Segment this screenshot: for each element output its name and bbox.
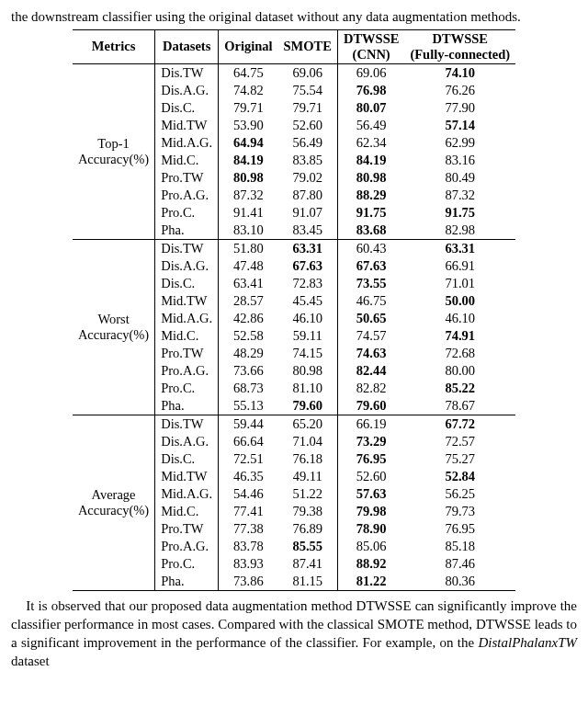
value-cell: 85.18 — [404, 538, 515, 555]
value-cell: 73.86 — [219, 573, 278, 591]
value-cell: 62.34 — [337, 134, 404, 152]
value-cell: 79.60 — [278, 397, 338, 415]
value-cell: 88.92 — [337, 555, 404, 573]
dataset-cell: Dis.C. — [155, 450, 219, 468]
dataset-cell: Pha. — [155, 573, 219, 591]
table-row: WorstAccuracy(%)Dis.TW51.8063.3160.4363.… — [73, 239, 515, 257]
value-cell: 46.10 — [404, 310, 515, 327]
value-cell: 52.58 — [219, 327, 278, 345]
value-cell: 75.27 — [404, 450, 515, 468]
value-cell: 63.41 — [219, 275, 278, 292]
value-cell: 91.07 — [278, 204, 338, 222]
value-cell: 76.26 — [404, 82, 515, 99]
dataset-cell: Dis.A.G. — [155, 257, 219, 275]
value-cell: 88.29 — [337, 187, 404, 204]
value-cell: 82.82 — [337, 380, 404, 397]
value-cell: 83.10 — [219, 222, 278, 240]
value-cell: 74.10 — [404, 63, 515, 82]
value-cell: 76.18 — [278, 450, 338, 468]
value-cell: 73.66 — [219, 362, 278, 380]
value-cell: 28.57 — [219, 292, 278, 310]
value-cell: 78.90 — [337, 520, 404, 538]
value-cell: 91.41 — [219, 204, 278, 222]
value-cell: 83.16 — [404, 152, 515, 169]
col-original: Original — [219, 30, 278, 63]
dataset-cell: Dis.TW — [155, 63, 219, 82]
value-cell: 57.14 — [404, 117, 515, 134]
value-cell: 77.90 — [404, 99, 515, 117]
dataset-cell: Mid.A.G. — [155, 134, 219, 152]
value-cell: 54.46 — [219, 485, 278, 503]
table-row: Top-1Accuracy(%)Dis.TW64.7569.0669.0674.… — [73, 63, 515, 82]
value-cell: 50.00 — [404, 292, 515, 310]
value-cell: 79.73 — [404, 503, 515, 520]
dataset-cell: Mid.C. — [155, 327, 219, 345]
dataset-cell: Pha. — [155, 397, 219, 415]
value-cell: 51.22 — [278, 485, 338, 503]
value-cell: 74.63 — [337, 345, 404, 362]
value-cell: 84.19 — [219, 152, 278, 169]
value-cell: 52.84 — [404, 468, 515, 485]
metric-cell: AverageAccuracy(%) — [73, 415, 155, 590]
dataset-cell: Dis.A.G. — [155, 433, 219, 450]
value-cell: 87.80 — [278, 187, 338, 204]
dataset-cell: Dis.TW — [155, 415, 219, 433]
value-cell: 73.29 — [337, 433, 404, 450]
value-cell: 62.99 — [404, 134, 515, 152]
dataset-cell: Pro.C. — [155, 380, 219, 397]
bottom-text-fragment: It is observed that our proposed data au… — [11, 597, 577, 671]
dataset-cell: Mid.A.G. — [155, 310, 219, 327]
col-datasets: Datasets — [155, 30, 219, 63]
col-dtwsse-fc: DTWSSE(Fully-connected) — [404, 30, 515, 63]
value-cell: 83.45 — [278, 222, 338, 240]
top-text-fragment: the downstream classifier using the orig… — [11, 7, 577, 26]
results-table: Metrics Datasets Original SMOTE DTWSSE(C… — [73, 29, 515, 590]
value-cell: 53.90 — [219, 117, 278, 134]
value-cell: 64.75 — [219, 63, 278, 82]
value-cell: 82.44 — [337, 362, 404, 380]
value-cell: 91.75 — [404, 204, 515, 222]
dataset-cell: Pro.A.G. — [155, 187, 219, 204]
value-cell: 46.10 — [278, 310, 338, 327]
value-cell: 87.32 — [404, 187, 515, 204]
dataset-cell: Dis.A.G. — [155, 82, 219, 99]
value-cell: 48.29 — [219, 345, 278, 362]
dataset-cell: Pro.TW — [155, 520, 219, 538]
value-cell: 76.95 — [404, 520, 515, 538]
value-cell: 66.91 — [404, 257, 515, 275]
value-cell: 71.04 — [278, 433, 338, 450]
value-cell: 87.46 — [404, 555, 515, 573]
value-cell: 80.98 — [219, 169, 278, 187]
value-cell: 50.65 — [337, 310, 404, 327]
col-dtwsse-cnn: DTWSSE(CNN) — [337, 30, 404, 63]
value-cell: 91.75 — [337, 204, 404, 222]
dataset-cell: Pro.C. — [155, 555, 219, 573]
value-cell: 46.35 — [219, 468, 278, 485]
value-cell: 65.20 — [278, 415, 338, 433]
value-cell: 72.51 — [219, 450, 278, 468]
dataset-cell: Dis.TW — [155, 239, 219, 257]
value-cell: 52.60 — [278, 117, 338, 134]
value-cell: 80.36 — [404, 573, 515, 591]
value-cell: 59.44 — [219, 415, 278, 433]
value-cell: 83.78 — [219, 538, 278, 555]
value-cell: 69.06 — [278, 63, 338, 82]
dataset-cell: Pro.TW — [155, 345, 219, 362]
value-cell: 87.32 — [219, 187, 278, 204]
value-cell: 80.98 — [278, 362, 338, 380]
dataset-cell: Pro.A.G. — [155, 362, 219, 380]
value-cell: 47.48 — [219, 257, 278, 275]
value-cell: 42.86 — [219, 310, 278, 327]
value-cell: 79.98 — [337, 503, 404, 520]
value-cell: 79.71 — [219, 99, 278, 117]
dataset-cell: Pha. — [155, 222, 219, 240]
dataset-cell: Mid.TW — [155, 292, 219, 310]
value-cell: 87.41 — [278, 555, 338, 573]
value-cell: 84.19 — [337, 152, 404, 169]
dataset-cell: Pro.A.G. — [155, 538, 219, 555]
value-cell: 79.71 — [278, 99, 338, 117]
value-cell: 85.06 — [337, 538, 404, 555]
metric-cell: WorstAccuracy(%) — [73, 239, 155, 415]
value-cell: 72.68 — [404, 345, 515, 362]
value-cell: 52.60 — [337, 468, 404, 485]
